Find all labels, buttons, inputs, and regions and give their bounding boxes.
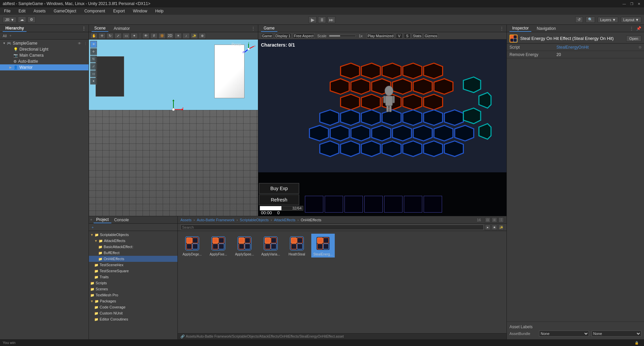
refresh-btn[interactable]: Refresh	[259, 194, 299, 205]
undo-btn[interactable]: ↺	[575, 16, 583, 23]
asset-item-applyfixe[interactable]: ApplyFixe...	[207, 234, 230, 257]
close-btn[interactable]: ✕	[637, 1, 641, 6]
add-project-btn[interactable]: +	[89, 217, 94, 222]
scene-audio-btn[interactable]: ♪	[182, 33, 190, 39]
item-slot-1[interactable]	[305, 196, 323, 213]
scene-eye-tool[interactable]: 👁	[90, 41, 97, 48]
game-menu-icon[interactable]: ⋮	[500, 26, 504, 31]
inspector-pin-icon[interactable]: 📌	[636, 26, 641, 31]
item-slot-4[interactable]	[364, 196, 383, 213]
asset-item-heathsteal[interactable]: HeathSteal	[285, 234, 309, 257]
gizmos-btn[interactable]: Gizmos	[424, 33, 438, 39]
script-value[interactable]: StealEnergyOnHit	[556, 45, 639, 50]
game-game-select[interactable]: Game	[261, 33, 273, 39]
scene-view-btn[interactable]: 👁	[142, 33, 150, 39]
breadcrumb-assets[interactable]: Assets	[180, 218, 192, 222]
hier-samplegame[interactable]: ▼ 🎮 SampleGame 👁 ⋮	[0, 40, 89, 46]
scene-tab[interactable]: Scene	[92, 25, 108, 32]
scene-scale-tool[interactable]: ⤢	[90, 63, 97, 70]
cloud-btn[interactable]: ☁	[18, 16, 26, 23]
scene-rotate-tool[interactable]: ↻	[90, 56, 97, 62]
search-btn[interactable]: 🔍	[586, 16, 595, 23]
assets-icon2[interactable]: ☆	[492, 217, 497, 223]
proj-test-scene-hex[interactable]: 📁 TestSceneHex	[89, 262, 177, 268]
scene-tool-all[interactable]: ✦	[130, 33, 138, 39]
scene-all-tool[interactable]: ✦	[90, 78, 97, 84]
inspector-tab[interactable]: Inspector	[509, 25, 531, 32]
play-btn[interactable]: ▶	[309, 16, 317, 23]
scene-gizmos-btn[interactable]: ⊕	[199, 33, 206, 39]
scene-rect-tool[interactable]: ▭	[90, 70, 97, 77]
breadcrumb-framework[interactable]: Auto-Battle Framework	[197, 218, 234, 222]
hierarchy-add-icon[interactable]: +	[9, 34, 11, 38]
animator-tab[interactable]: Animator	[111, 25, 132, 32]
buy-exp-btn[interactable]: Buy Exp	[259, 183, 299, 194]
scene-cross-tool[interactable]: ✛	[90, 48, 97, 55]
scene-tool-scale[interactable]: ⤢	[114, 33, 122, 39]
asset-bundle-select[interactable]: None	[539, 331, 589, 337]
proj-scriptable-objects[interactable]: ▼ 📁 ScriptableObjects	[89, 232, 177, 238]
proj-scripts[interactable]: 📁 Scripts	[89, 280, 177, 286]
layers-btn[interactable]: Layers ▼	[598, 17, 618, 23]
console-tab[interactable]: Console	[111, 217, 131, 223]
navigation-tab[interactable]: Navigation	[534, 25, 558, 32]
menu-edit[interactable]: Edit	[17, 8, 27, 14]
scale-slider[interactable]	[329, 35, 356, 37]
menu-window[interactable]: Window	[131, 8, 149, 14]
scene-shading-btn[interactable]: 🔆	[158, 33, 166, 39]
proj-on-hit-effects[interactable]: 📁 OnHitEffects	[89, 256, 177, 262]
proj-attack-effects[interactable]: ▼ 📁 AttackEffects	[89, 238, 177, 244]
scene-fx-btn[interactable]: ✨	[191, 33, 198, 39]
assets-filter1[interactable]: ▸	[485, 225, 490, 230]
hier-auto-battle[interactable]: ⚙ Auto-Battle	[0, 58, 89, 64]
assets-filter3[interactable]: ✨	[498, 225, 504, 230]
inspector-menu-icon[interactable]: ⋮	[630, 26, 634, 31]
game-tab[interactable]: Game	[261, 25, 277, 32]
asset-item-applyvaria[interactable]: ApplyVaria...	[259, 234, 282, 257]
settings-btn[interactable]: ⚙	[28, 16, 36, 23]
scene-grid-btn[interactable]: #	[150, 33, 158, 39]
project-tab[interactable]: Project	[94, 217, 111, 223]
proj-custom-nunit[interactable]: 📁 Custom NUnit	[89, 310, 177, 316]
scene-light-btn[interactable]: ☀	[174, 33, 182, 39]
menu-component[interactable]: Component	[83, 8, 106, 14]
proj-packages[interactable]: ▼ 📁 Packages	[89, 298, 177, 304]
asset-item-applydege[interactable]: ApplyDege...	[180, 234, 204, 257]
asset-item-stealenerg[interactable]: StealEnerg...	[311, 234, 335, 257]
assets-filter2[interactable]: ★	[492, 225, 497, 230]
scene-tool-rect[interactable]: ▭	[122, 33, 130, 39]
game-viewport[interactable]: Characters: 0/1	[258, 40, 506, 216]
asset-bundle-select-2[interactable]: None	[592, 331, 642, 337]
game-display-select[interactable]: Display 1	[274, 33, 291, 39]
hierarchy-tab[interactable]: Hierarchy	[3, 25, 26, 32]
menu-gameobject[interactable]: GameObject	[52, 8, 77, 14]
hier-warrior[interactable]: ▶ 👤 Warrior	[0, 64, 89, 70]
vsync-btn[interactable]: V	[396, 33, 402, 39]
hier-directional-light[interactable]: 💡 Directional Light	[0, 46, 89, 52]
hier-main-camera[interactable]: 📷 Main Camera	[0, 52, 89, 58]
proj-code-coverage[interactable]: 📁 Code Coverage	[89, 304, 177, 310]
proj-textmesh[interactable]: 📁 TextMesh Pro	[89, 292, 177, 298]
account-btn[interactable]: JR ▼	[3, 17, 16, 23]
game-aspect-select[interactable]: Free Aspect	[293, 33, 315, 39]
menu-assets[interactable]: Assets	[32, 8, 47, 14]
assets-icon3[interactable]: ⋮	[498, 217, 504, 223]
menu-help[interactable]: Help	[154, 8, 165, 14]
scene-2d-btn[interactable]: 2D	[166, 33, 174, 39]
scene-tool-rotate[interactable]: ↻	[106, 33, 114, 39]
menu-export[interactable]: Export	[112, 8, 126, 14]
scene-tool-move[interactable]: ✛	[98, 33, 106, 39]
proj-basic-attack[interactable]: 📁 BasicAttackEffect:	[89, 244, 177, 250]
breadcrumb-attack-effects[interactable]: AttackEffects	[274, 218, 296, 222]
assets-search-input[interactable]	[180, 225, 484, 230]
proj-buff-effect[interactable]: 📁 BuffEffect	[89, 250, 177, 256]
step-btn[interactable]: ⏭	[327, 16, 335, 23]
script-copy-icon[interactable]: ⊙	[639, 45, 641, 49]
item-slot-2[interactable]	[325, 196, 343, 213]
stats-btn[interactable]: Stats	[412, 33, 422, 39]
assets-icon1[interactable]: □	[485, 217, 490, 223]
item-slot-7[interactable]	[424, 196, 442, 213]
breadcrumb-scriptable[interactable]: ScriptableObjects	[240, 218, 269, 222]
proj-editor-coroutines[interactable]: 📁 Editor Coroutines	[89, 316, 177, 322]
item-slot-3[interactable]	[344, 196, 363, 213]
